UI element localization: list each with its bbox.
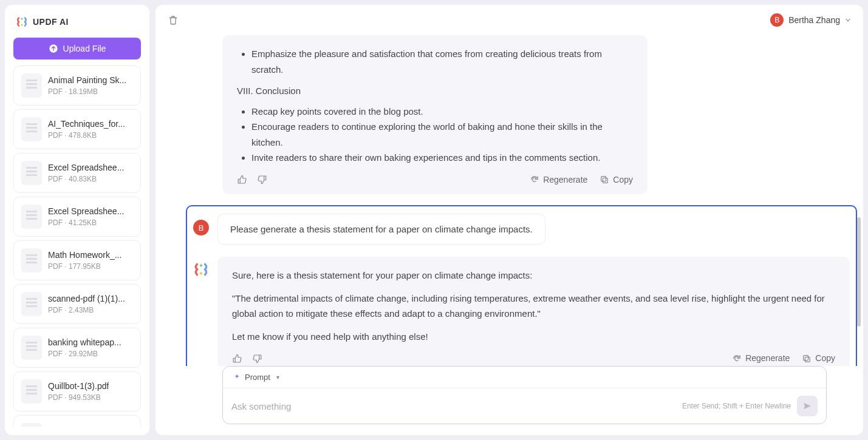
- file-item[interactable]: banking whitepap...: [13, 415, 141, 427]
- file-meta: PDF · 2.43MB: [48, 306, 125, 314]
- file-meta: PDF · 478.8KB: [48, 131, 125, 140]
- file-item[interactable]: Excel Spreadshee... PDF · 41.25KB: [13, 197, 141, 237]
- file-icon: [21, 248, 42, 272]
- file-name: Animal Painting Sk...: [48, 75, 126, 85]
- file-icon: [21, 73, 42, 98]
- composer: Prompt ▾ Enter Send; Shift + Enter Newli…: [222, 366, 827, 424]
- caret-down-icon: ▾: [276, 374, 279, 381]
- chat-area: Emphasize the pleasure and satisfaction …: [155, 35, 863, 366]
- assistant-message-row: Sure, here is a thesis statement for you…: [193, 257, 850, 366]
- bullet-item: Invite readers to share their own baking…: [251, 150, 633, 166]
- user-message-row: B Please generate a thesis statement for…: [193, 214, 850, 245]
- svg-point-1: [21, 24, 22, 25]
- file-item[interactable]: Excel Spreadshee... PDF · 40.83KB: [13, 153, 141, 193]
- svg-rect-4: [601, 177, 606, 181]
- file-meta: PDF · 949.53KB: [48, 393, 109, 402]
- upload-icon: [49, 44, 58, 53]
- file-meta: PDF · 29.92MB: [48, 350, 121, 358]
- svg-point-5: [200, 265, 202, 267]
- svg-rect-7: [805, 357, 810, 362]
- file-name: Excel Spreadshee...: [48, 206, 124, 216]
- file-icon: [21, 379, 42, 404]
- file-item[interactable]: scanned-pdf (1)(1)... PDF · 2.43MB: [13, 284, 141, 324]
- regenerate-button[interactable]: Regenerate: [530, 173, 587, 188]
- chevron-down-icon: [845, 17, 851, 23]
- assistant-text: Sure, here is a thesis statement for you…: [232, 268, 835, 283]
- svg-rect-3: [603, 178, 608, 183]
- topbar: B Bertha Zhang: [155, 5, 863, 35]
- bullet-item: Encourage readers to continue exploring …: [251, 119, 633, 150]
- bullet-item: Recap key points covered in the blog pos…: [251, 104, 633, 120]
- file-item[interactable]: Quillbot-1(3).pdf PDF · 949.53KB: [13, 371, 141, 411]
- file-meta: PDF · 41.25KB: [48, 218, 124, 227]
- send-icon: [802, 401, 812, 411]
- brand-text: UPDF AI: [33, 17, 69, 27]
- file-item[interactable]: Math Homework_... PDF · 177.95KB: [13, 240, 141, 280]
- sidebar: UPDF AI Upload File Animal Painting Sk..…: [5, 5, 149, 435]
- composer-area: Prompt ▾ Enter Send; Shift + Enter Newli…: [155, 366, 863, 435]
- user-avatar-small: B: [193, 220, 209, 235]
- highlighted-exchange: B Please generate a thesis statement for…: [186, 205, 857, 366]
- composer-mode-label: Prompt: [245, 373, 270, 382]
- refresh-icon: [530, 175, 539, 184]
- file-name: scanned-pdf (1)(1)...: [48, 294, 125, 303]
- user-menu[interactable]: B Bertha Zhang: [770, 13, 851, 27]
- sparkle-icon: [233, 373, 241, 382]
- file-name: Math Homework_...: [48, 250, 121, 260]
- file-name: banking whitepap...: [48, 337, 121, 347]
- file-icon: [21, 423, 42, 427]
- composer-hint: Enter Send; Shift + Enter Newline: [682, 402, 791, 410]
- file-name: Quillbot-1(3).pdf: [48, 381, 109, 391]
- upload-file-label: Upload File: [63, 44, 106, 53]
- file-item[interactable]: banking whitepap... PDF · 29.92MB: [13, 328, 141, 368]
- thumbs-up-icon[interactable]: [232, 353, 243, 364]
- file-meta: PDF · 18.19MB: [48, 87, 126, 96]
- message-actions: Regenerate Copy: [237, 173, 633, 188]
- main-panel: B Bertha Zhang Emphasize the pleasure an…: [155, 5, 863, 435]
- assistant-message: Sure, here is a thesis statement for you…: [217, 257, 850, 366]
- refresh-icon: [732, 354, 742, 364]
- section-heading: VIII. Conclusion: [237, 83, 633, 99]
- scrollbar[interactable]: [857, 217, 861, 327]
- file-meta: PDF · 177.95KB: [48, 262, 121, 271]
- user-message: Please generate a thesis statement for a…: [217, 214, 545, 245]
- thumbs-down-icon[interactable]: [256, 174, 267, 185]
- copy-icon: [802, 354, 812, 364]
- file-item[interactable]: AI_Techniques_for... PDF · 478.8KB: [13, 109, 141, 149]
- ai-logo-icon: [193, 262, 209, 277]
- thumbs-up-icon[interactable]: [237, 174, 248, 185]
- copy-button[interactable]: Copy: [600, 173, 633, 188]
- composer-mode-selector[interactable]: Prompt ▾: [223, 367, 826, 388]
- svg-point-6: [200, 272, 202, 275]
- thumbs-down-icon[interactable]: [251, 353, 262, 364]
- username: Bertha Zhang: [788, 15, 840, 25]
- file-icon: [21, 336, 42, 360]
- message-actions: Regenerate Copy: [232, 351, 835, 366]
- file-icon: [21, 205, 42, 229]
- upload-file-button[interactable]: Upload File: [13, 38, 141, 59]
- svg-rect-8: [804, 356, 808, 360]
- brand-logo-icon: [16, 16, 28, 28]
- assistant-message: Emphasize the pleasure and satisfaction …: [222, 35, 648, 194]
- file-icon: [21, 117, 42, 141]
- file-name: AI_Techniques_for...: [48, 119, 125, 129]
- bullet-item: Emphasize the pleasure and satisfaction …: [251, 46, 633, 77]
- file-name: Excel Spreadshee...: [48, 163, 124, 172]
- brand-row: UPDF AI: [13, 13, 141, 32]
- copy-icon: [600, 175, 609, 184]
- copy-button[interactable]: Copy: [802, 351, 835, 366]
- file-meta: PDF · 40.83KB: [48, 175, 124, 183]
- assistant-text: "The detrimental impacts of climate chan…: [232, 291, 835, 322]
- file-item[interactable]: Animal Painting Sk... PDF · 18.19MB: [13, 66, 141, 106]
- composer-input[interactable]: [231, 401, 682, 411]
- avatar: B: [770, 13, 784, 27]
- regenerate-button[interactable]: Regenerate: [732, 351, 790, 366]
- trash-icon[interactable]: [168, 15, 179, 25]
- file-icon: [21, 161, 42, 185]
- assistant-text: Let me know if you need help with anythi…: [232, 329, 835, 345]
- file-icon: [21, 292, 42, 316]
- svg-point-0: [21, 18, 22, 19]
- file-list: Animal Painting Sk... PDF · 18.19MB AI_T…: [13, 66, 141, 427]
- send-button[interactable]: [797, 396, 818, 416]
